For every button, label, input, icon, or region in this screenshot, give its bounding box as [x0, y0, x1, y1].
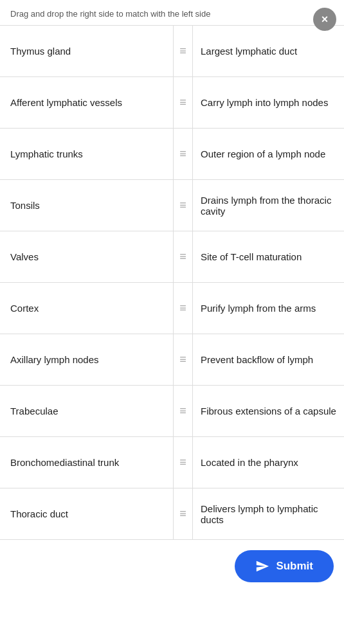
left-term: Cortex [0, 283, 174, 334]
right-definition[interactable]: Site of T-cell maturation [193, 231, 344, 282]
matching-table: Thymus gland≡Largest lymphatic ductAffer… [0, 25, 344, 540]
drag-handle[interactable]: ≡ [174, 334, 193, 385]
table-row: Lymphatic trunks≡Outer region of a lymph… [0, 129, 344, 180]
left-term: Afferent lymphatic vessels [0, 77, 174, 128]
left-term: Valves [0, 231, 174, 282]
table-row: Valves≡Site of T-cell maturation [0, 231, 344, 283]
table-row: Thoracic duct≡Delivers lymph to lymphati… [0, 488, 344, 540]
drag-handle[interactable]: ≡ [174, 437, 193, 488]
drag-icon: ≡ [179, 353, 186, 366]
left-term: Lymphatic trunks [0, 129, 174, 179]
close-button[interactable]: × [313, 8, 336, 31]
right-definition[interactable]: Purify lymph from the arms [193, 283, 344, 334]
drag-handle[interactable]: ≡ [174, 386, 193, 436]
table-row: Trabeculae≡Fibrous extensions of a capsu… [0, 386, 344, 437]
drag-icon: ≡ [179, 199, 186, 212]
drag-icon: ≡ [179, 96, 186, 109]
right-definition[interactable]: Largest lymphatic duct [193, 26, 344, 76]
right-definition[interactable]: Drains lymph from the thoracic cavity [193, 180, 344, 231]
close-icon: × [321, 13, 329, 26]
left-term: Bronchomediastinal trunk [0, 437, 174, 488]
drag-handle[interactable]: ≡ [174, 283, 193, 334]
send-icon [255, 559, 269, 573]
right-definition[interactable]: Prevent backflow of lymph [193, 334, 344, 385]
table-row: Tonsils≡Drains lymph from the thoracic c… [0, 180, 344, 231]
drag-handle[interactable]: ≡ [174, 129, 193, 179]
submit-button[interactable]: Submit [235, 550, 334, 582]
drag-icon: ≡ [179, 147, 186, 161]
table-row: Axillary lymph nodes≡Prevent backflow of… [0, 334, 344, 386]
drag-handle[interactable]: ≡ [174, 77, 193, 128]
right-definition[interactable]: Located in the pharynx [193, 437, 344, 488]
table-row: Bronchomediastinal trunk≡Located in the … [0, 437, 344, 488]
drag-icon: ≡ [179, 404, 186, 418]
submit-row: Submit [0, 540, 344, 595]
table-row: Afferent lymphatic vessels≡Carry lymph i… [0, 77, 344, 129]
right-definition[interactable]: Outer region of a lymph node [193, 129, 344, 179]
right-definition[interactable]: Fibrous extensions of a capsule [193, 386, 344, 436]
table-row: Cortex≡Purify lymph from the arms [0, 283, 344, 334]
drag-handle[interactable]: ≡ [174, 488, 193, 539]
left-term: Thoracic duct [0, 488, 174, 539]
left-term: Tonsils [0, 180, 174, 231]
left-term: Thymus gland [0, 26, 174, 76]
subtitle: Drag and drop the right side to match wi… [10, 9, 312, 19]
left-term: Axillary lymph nodes [0, 334, 174, 385]
drag-icon: ≡ [179, 507, 186, 521]
table-row: Thymus gland≡Largest lymphatic duct [0, 26, 344, 77]
right-definition[interactable]: Delivers lymph to lymphatic ducts [193, 488, 344, 539]
submit-label: Submit [276, 560, 313, 573]
main-container: Drag and drop the right side to match wi… [0, 0, 344, 644]
header: Drag and drop the right side to match wi… [0, 0, 344, 25]
left-term: Trabeculae [0, 386, 174, 436]
drag-handle[interactable]: ≡ [174, 26, 193, 76]
drag-icon: ≡ [179, 456, 186, 469]
drag-icon: ≡ [179, 301, 186, 315]
drag-handle[interactable]: ≡ [174, 231, 193, 282]
drag-handle[interactable]: ≡ [174, 180, 193, 231]
right-definition[interactable]: Carry lymph into lymph nodes [193, 77, 344, 128]
drag-icon: ≡ [179, 44, 186, 58]
drag-icon: ≡ [179, 250, 186, 264]
